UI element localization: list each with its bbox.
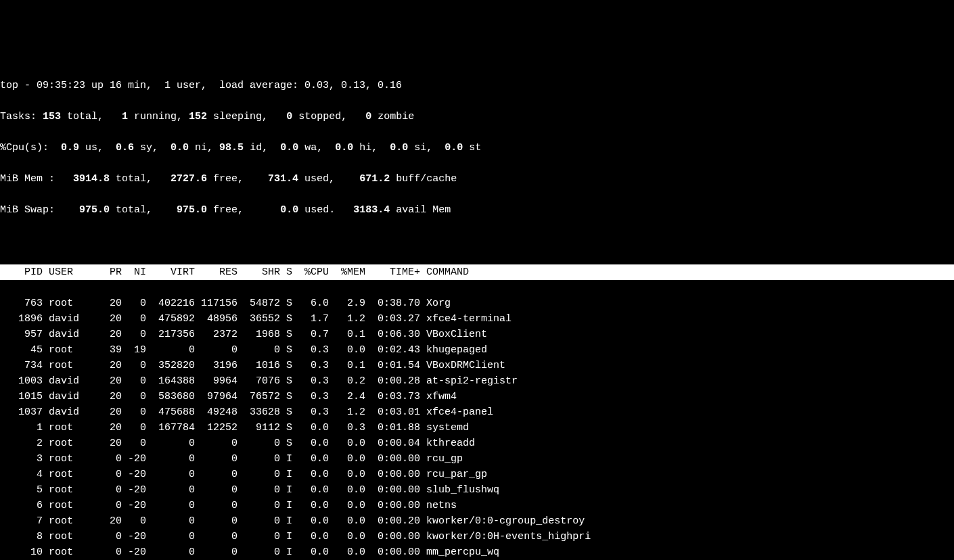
process-row: 5 root 0 -20 0 0 0 I 0.0 0.0 0:00.00 slu… <box>0 482 954 498</box>
summary-line-uptime: top - 09:35:23 up 16 min, 1 user, load a… <box>0 78 954 93</box>
process-row: 1037 david 20 0 475688 49248 33628 S 0.3… <box>0 404 954 420</box>
process-list: 763 root 20 0 402216 117156 54872 S 6.0 … <box>0 296 954 560</box>
process-row: 4 root 0 -20 0 0 0 I 0.0 0.0 0:00.00 rcu… <box>0 467 954 482</box>
summary-line-tasks: Tasks: 153 total, 1 running, 152 sleepin… <box>0 109 954 124</box>
blank-line <box>0 233 954 249</box>
process-row: 1 root 20 0 167784 12252 9112 S 0.0 0.3 … <box>0 420 954 436</box>
process-row: 3 root 0 -20 0 0 0 I 0.0 0.0 0:00.00 rcu… <box>0 451 954 467</box>
process-row: 1015 david 20 0 583680 97964 76572 S 0.3… <box>0 389 954 404</box>
summary-line-mem: MiB Mem : 3914.8 total, 2727.6 free, 731… <box>0 171 954 187</box>
process-row: 2 root 20 0 0 0 0 S 0.0 0.0 0:00.04 kthr… <box>0 436 954 451</box>
process-row: 6 root 0 -20 0 0 0 I 0.0 0.0 0:00.00 net… <box>0 498 954 513</box>
process-row: 1896 david 20 0 475892 48956 36552 S 1.7… <box>0 311 954 327</box>
summary-line-cpu: %Cpu(s): 0.9 us, 0.6 sy, 0.0 ni, 98.5 id… <box>0 140 954 156</box>
summary-line-swap: MiB Swap: 975.0 total, 975.0 free, 0.0 u… <box>0 202 954 218</box>
process-row: 957 david 20 0 217356 2372 1968 S 0.7 0.… <box>0 327 954 342</box>
process-row: 45 root 39 19 0 0 0 S 0.3 0.0 0:02.43 kh… <box>0 342 954 358</box>
process-table-header: PID USER PR NI VIRT RES SHR S %CPU %MEM … <box>0 264 954 280</box>
process-row: 734 root 20 0 352820 3196 1016 S 0.3 0.1… <box>0 358 954 373</box>
process-row: 8 root 0 -20 0 0 0 I 0.0 0.0 0:00.00 kwo… <box>0 529 954 544</box>
top-output: top - 09:35:23 up 16 min, 1 user, load a… <box>0 62 954 560</box>
process-row: 763 root 20 0 402216 117156 54872 S 6.0 … <box>0 296 954 311</box>
process-row: 1003 david 20 0 164388 9964 7076 S 0.3 0… <box>0 373 954 389</box>
process-row: 7 root 20 0 0 0 0 I 0.0 0.0 0:00.20 kwor… <box>0 513 954 529</box>
process-row: 10 root 0 -20 0 0 0 I 0.0 0.0 0:00.00 mm… <box>0 544 954 560</box>
